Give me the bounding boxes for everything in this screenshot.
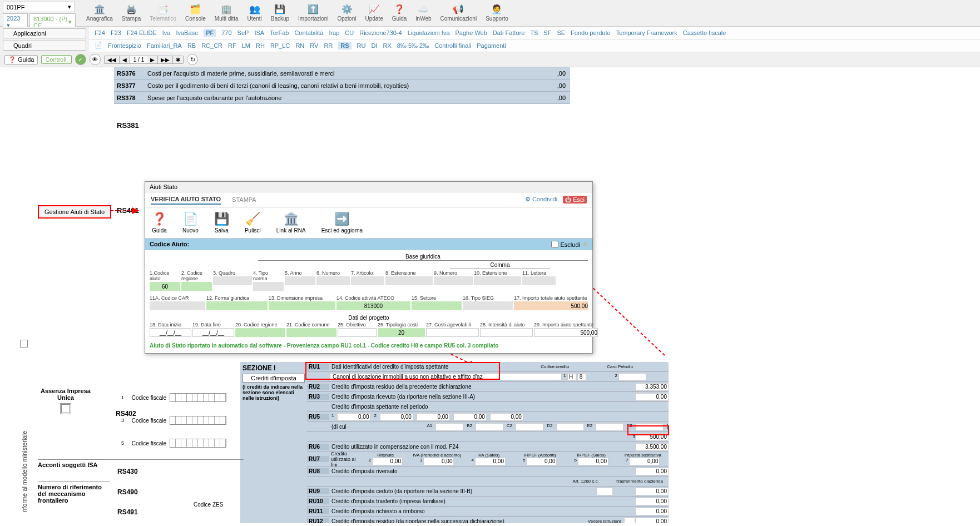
tab2-Controlli finali[interactable]: Controlli finali bbox=[434, 42, 471, 49]
ru7-val-1[interactable]: 0,00 bbox=[423, 458, 454, 465]
gestione-aiuti-btn[interactable]: Gestione Aiuti di Stato bbox=[38, 205, 111, 219]
r1-input-2[interactable] bbox=[213, 276, 252, 285]
tab2-RB[interactable]: RB bbox=[187, 42, 196, 49]
ru5-c[interactable]: 0,00 bbox=[380, 413, 413, 421]
tab1-Liquidazioni Iva[interactable]: Liquidazioni Iva bbox=[408, 29, 450, 36]
cf-input-1[interactable] bbox=[170, 393, 226, 402]
row-val-RS378[interactable]: ,00 bbox=[526, 95, 570, 101]
mt-esci-ed-aggiorna[interactable]: ➡️Esci ed aggiorna bbox=[321, 212, 363, 234]
tab-verifica[interactable]: VERIFICA AIUTO STATO bbox=[151, 195, 221, 205]
r1-input-1[interactable] bbox=[181, 282, 212, 291]
tb-opzioni[interactable]: ⚙️Opzioni bbox=[335, 2, 359, 23]
row-val-RS377[interactable]: ,00 bbox=[526, 82, 570, 89]
tab2-Familiari_RA[interactable]: Familiari_RA bbox=[147, 42, 182, 49]
r1-input-6[interactable] bbox=[351, 276, 384, 285]
escludi-check[interactable]: Escludi ⚠ bbox=[551, 241, 588, 248]
r1-input-0[interactable] bbox=[150, 282, 180, 291]
tb-multi ditta[interactable]: 🏢Multi ditta bbox=[212, 2, 241, 23]
nav-last[interactable]: ▶▶ bbox=[158, 56, 173, 63]
condividi-link[interactable]: ⚙ Condividi bbox=[525, 196, 557, 204]
tab1-Cassetto fiscale[interactable]: Cassetto fiscale bbox=[683, 29, 726, 36]
tb-comunicazioni[interactable]: 📢Comunicazioni bbox=[438, 2, 479, 23]
row-val-RS376[interactable]: ,00 bbox=[526, 70, 570, 77]
ru5-b[interactable]: 0,00 bbox=[337, 413, 370, 421]
reload-btn[interactable]: ↻ bbox=[187, 54, 198, 65]
tab2-RP_LC[interactable]: RP_LC bbox=[270, 42, 290, 49]
tab1-Paghe Web[interactable]: Paghe Web bbox=[456, 29, 487, 36]
ru7-val-3[interactable]: 0,00 bbox=[526, 458, 557, 465]
tb-stampa[interactable]: 🖨️Stampa bbox=[120, 2, 143, 23]
nav-add[interactable]: ✱ bbox=[173, 56, 183, 63]
ru1-h[interactable]: H bbox=[567, 373, 576, 381]
tab1-PF[interactable]: PF bbox=[204, 29, 216, 37]
ru8-val[interactable]: 0,00 bbox=[635, 468, 669, 475]
quadri-btn[interactable]: Quadri bbox=[3, 41, 86, 51]
tb-supporto[interactable]: 🧑‍💼Supporto bbox=[483, 2, 511, 23]
ru1-caro[interactable] bbox=[618, 373, 646, 381]
r3-input-5[interactable] bbox=[378, 328, 425, 337]
tb-guida[interactable]: ❓Guida bbox=[390, 2, 409, 23]
r3-input-3[interactable] bbox=[286, 328, 336, 337]
tab2-RR[interactable]: RR bbox=[324, 42, 333, 49]
ru7-val-5[interactable]: 0,00 bbox=[629, 458, 660, 465]
tab2-RU[interactable]: RU bbox=[357, 42, 366, 49]
tab1-Contabilità[interactable]: Contabilità bbox=[294, 29, 323, 36]
tb-update[interactable]: 📈Update bbox=[363, 2, 385, 23]
r1-input-4[interactable] bbox=[285, 276, 315, 285]
assenza-checkbox[interactable] bbox=[60, 403, 71, 414]
mt-guida[interactable]: ❓Guida bbox=[152, 212, 167, 234]
tb-anagrafica[interactable]: 🏛️Anagrafica bbox=[84, 2, 115, 23]
tb-importazioni[interactable]: ⬆️Importazioni bbox=[296, 2, 330, 23]
r3-input-7[interactable] bbox=[480, 328, 533, 337]
ru7-val-4[interactable]: 0,00 bbox=[578, 458, 608, 465]
tab2-RX[interactable]: RX bbox=[383, 42, 391, 49]
r1-input-3[interactable] bbox=[253, 282, 284, 291]
tab2-Frontespizio[interactable]: Frontespizio bbox=[108, 42, 141, 49]
crediti-btn[interactable]: Crediti d'imposta bbox=[242, 374, 305, 383]
refresh-btn[interactable]: 👁 bbox=[90, 54, 101, 65]
ru1-8[interactable]: 8 bbox=[577, 373, 586, 381]
sel-001pf[interactable]: 001PF▾ bbox=[3, 2, 75, 12]
tab1-CU[interactable]: CU bbox=[345, 29, 354, 36]
tab1-Iva[interactable]: Iva bbox=[162, 29, 171, 36]
mt-salva[interactable]: 💾Salva bbox=[214, 212, 229, 234]
ru7-val-2[interactable]: 0,00 bbox=[475, 458, 506, 465]
ru9-val[interactable]: 0,00 bbox=[635, 488, 669, 495]
r3-input-8[interactable] bbox=[534, 328, 598, 337]
tab1-SF[interactable]: SF bbox=[543, 29, 551, 36]
ru6-val[interactable]: 3.500,00 bbox=[635, 443, 669, 451]
tab2-LM[interactable]: LM bbox=[242, 42, 250, 49]
r3-input-2[interactable] bbox=[235, 328, 285, 337]
tab1-770[interactable]: 770 bbox=[221, 29, 231, 36]
ru5-f[interactable]: 0,00 bbox=[490, 413, 523, 421]
r1-input-8[interactable] bbox=[434, 276, 473, 285]
r2-input-6[interactable] bbox=[514, 301, 588, 310]
tab2-RN[interactable]: RN bbox=[295, 42, 304, 49]
cf-input-3[interactable] bbox=[170, 416, 226, 425]
tab1-Temporary Framework[interactable]: Temporary Framework bbox=[616, 29, 677, 36]
tab1-Fondo perduto[interactable]: Fondo perduto bbox=[571, 29, 611, 36]
r3-input-0[interactable] bbox=[150, 328, 191, 337]
r1-input-7[interactable] bbox=[385, 276, 433, 285]
tab1-F24 ELIDE[interactable]: F24 ELIDE bbox=[127, 29, 157, 36]
tb-telematico[interactable]: 📑Telematico bbox=[147, 2, 179, 23]
tab2-RV[interactable]: RV bbox=[310, 42, 318, 49]
controlli-btn[interactable]: Controlli bbox=[41, 55, 71, 64]
r3-input-4[interactable] bbox=[338, 328, 377, 337]
mt-pulisci[interactable]: 🧹Pulisci bbox=[245, 212, 261, 234]
cf-input-5[interactable] bbox=[170, 439, 226, 448]
r1-input-10[interactable] bbox=[522, 276, 556, 285]
tab2-RS[interactable]: RS bbox=[338, 42, 351, 49]
r2-input-4[interactable] bbox=[412, 301, 462, 310]
r2-input-5[interactable] bbox=[463, 301, 513, 310]
tab1-SE[interactable]: SE bbox=[557, 29, 565, 36]
nav-prev[interactable]: ◀ bbox=[120, 56, 130, 63]
tab1-F23[interactable]: F23 bbox=[111, 29, 121, 36]
guida-btn[interactable]: ❓ Guida bbox=[4, 55, 38, 64]
tab2-DI[interactable]: DI bbox=[371, 42, 377, 49]
r3-input-1[interactable] bbox=[192, 328, 234, 337]
nav-next[interactable]: ▶ bbox=[147, 56, 158, 63]
check-btn[interactable]: ✓ bbox=[75, 54, 86, 65]
nav-first[interactable]: ◀◀ bbox=[105, 56, 120, 63]
ru12-val[interactable]: 0,00 bbox=[635, 518, 669, 524]
